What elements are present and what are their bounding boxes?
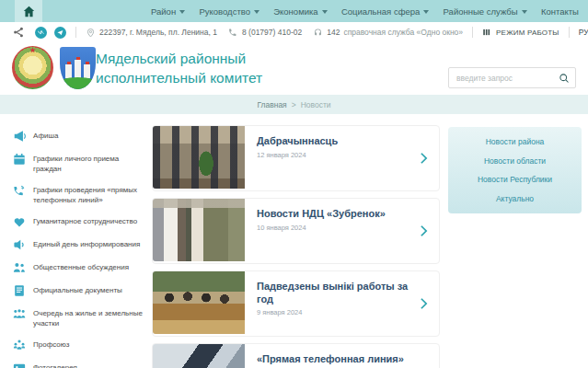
chevron-right-icon[interactable] [420,297,428,310]
category-novosti-raiona[interactable]: Новости района [486,137,545,146]
castle-graphic [65,60,90,77]
sidebar-item-label: Профсоюз [33,339,69,351]
sidebar-item-label: Графики проведения «прямых телефонных ли… [33,184,144,205]
chevron-right-icon[interactable] [420,224,428,237]
headset-icon [313,28,323,38]
category-aktualno[interactable]: Актуально [496,194,534,203]
news-title: Дабрачыннасць [257,135,409,148]
news-card-3[interactable]: Падведзены вынікі работы за год 9 января… [152,270,440,337]
sidebar-item-label: Гуманитарное сотрудничество [33,215,137,227]
sidebar-item-label: Общественные обсуждения [33,261,129,273]
news-categories-box: Новости района Новости области Новости Р… [448,127,582,213]
news-body: Падведзены вынікі работы за год 9 января… [257,281,409,316]
vk-icon[interactable] [35,27,47,39]
chevron-right-icon[interactable] [420,152,428,165]
divider [569,27,570,38]
news-date: 9 января 2024 [257,308,409,316]
sidebar-item-afisha[interactable]: Афиша [13,130,144,143]
nav-item-rukovodstvo[interactable]: Руководство [199,6,259,17]
sidebar-item-profsoyuz[interactable]: Профсоюз [13,339,144,351]
hill-graphic [60,77,96,89]
site-title-line2: исполнительный комитет [96,68,262,87]
nav-item-raion[interactable]: Район [151,6,185,17]
page: Район Руководство Экономика Социальная с… [0,0,588,368]
news-photo-interview-with-soldier [153,199,245,261]
chevron-down-icon [522,10,527,17]
news-photo-telephone-handset [153,344,245,368]
divider [472,27,473,38]
news-list: Дабрачыннасць 12 января 2024 Новости НДЦ… [152,125,440,368]
lang-rus[interactable]: РУС [579,28,588,37]
calendar-icon [13,153,26,166]
sidebar-item-label: Очередь на жилье и земельные участки [33,307,144,328]
news-date: 12 января 2024 [257,151,409,159]
left-sidebar-menu: Афиша Графики личного приема граждан Гра… [13,130,144,368]
search-input[interactable] [449,74,559,83]
document-icon [13,284,26,297]
breadcrumb-separator: > [292,100,296,109]
main-menu: Район Руководство Экономика Социальная с… [42,6,588,17]
nav-item-raionnye-sluzhby[interactable]: Районные службы [444,6,527,17]
hotline-number: 142 [327,28,340,37]
queue-group-icon [13,307,26,320]
chevron-down-icon [254,10,259,17]
news-date: 10 января 2024 [257,224,409,232]
search-box [448,67,576,88]
phone-icon [228,28,238,38]
heart-icon [13,215,26,228]
myadel-town-crest-logo [60,47,96,89]
chevron-down-icon [322,10,328,17]
news-card-1[interactable]: Дабрачыннасць 12 января 2024 [152,125,440,191]
info-bar: 222397, г. Мядель, пл. Ленина, 1 8 (0179… [0,22,588,43]
breadcrumb-current: Новости [301,100,331,109]
site-title-link[interactable]: Мядельский районный исполнительный комит… [96,49,262,87]
news-title: Падведзены вынікі работы за год [257,281,409,305]
news-body: Новости НДЦ «Зубренок» 10 января 2024 [257,208,409,232]
address-block: 222397, г. Мядель, пл. Ленина, 1 [86,28,217,38]
megaphone-icon [13,130,26,143]
work-mode-link[interactable]: РЕЖИМ РАБОТЫ [482,28,559,37]
top-navigation-bar: Район Руководство Экономика Социальная с… [0,0,588,22]
news-card-4[interactable]: «Прямая телефонная линия» и выездной при… [152,343,440,368]
sidebar-item-label: Афиша [33,130,58,142]
address-text: 222397, г. Мядель, пл. Ленина, 1 [99,28,217,37]
nav-item-socialnaya-sfera[interactable]: Социальная сфера [341,6,429,17]
home-button[interactable] [15,0,42,22]
sidebar-item-dokumenty[interactable]: Официальные документы [13,284,144,297]
news-photo-group-near-christmas-tree [153,126,245,189]
location-pin-icon [86,28,96,38]
sidebar-item-fotogalereya[interactable]: Фотогалерея [13,362,144,368]
breadcrumb: Главная > Новости [0,95,588,114]
phone-handset-icon [13,184,26,197]
sidebar-item-den-informirovaniya[interactable]: Единый день информирования [13,238,144,251]
sidebar-item-telefonnye-linii[interactable]: Графики проведения «прямых телефонных ли… [13,184,144,205]
sidebar-item-priem-grazhdan[interactable]: Графики личного приема граждан [13,153,144,174]
news-body: Дабрачыннасць 12 января 2024 [257,135,409,159]
sidebar-item-gumanitarnoe[interactable]: Гуманитарное сотрудничество [13,215,144,228]
house-icon [23,6,35,17]
sidebar-item-label: Фотогалерея [33,362,77,368]
category-novosti-oblasti[interactable]: Новости области [484,156,546,166]
sidebar-item-label: Официальные документы [33,284,122,296]
news-title: Новости НДЦ «Зубренок» [257,208,409,221]
nav-item-kontakty[interactable]: Контакты [541,6,579,17]
category-novosti-respubliki[interactable]: Новости Республики [478,175,552,184]
search-icon[interactable] [559,73,570,84]
breadcrumb-home-link[interactable]: Главная [257,100,286,109]
telegram-icon[interactable] [54,27,66,39]
divider [75,27,76,38]
sidebar-item-obsuzhdeniya[interactable]: Общественные обсуждения [13,261,144,274]
belarus-coat-of-arms-logo [12,46,53,89]
news-card-2[interactable]: Новости НДЦ «Зубренок» 10 января 2024 [152,198,440,264]
people-icon [13,261,26,274]
site-title-line1: Мядельский районный [96,49,262,68]
chevron-down-icon [423,10,429,17]
photo-gallery-icon [13,362,26,368]
share-icon[interactable] [13,27,24,38]
loudspeaker-icon [13,238,26,251]
nav-item-ekonomika[interactable]: Экономика [273,6,327,17]
sidebar-item-ochered-zhile[interactable]: Очередь на жилье и земельные участки [13,307,144,328]
hotline-label: справочная служба «Одно окно» [343,28,463,37]
site-header: Мядельский районный исполнительный комит… [0,42,588,95]
hotline-block: 142 справочная служба «Одно окно» [313,28,463,38]
